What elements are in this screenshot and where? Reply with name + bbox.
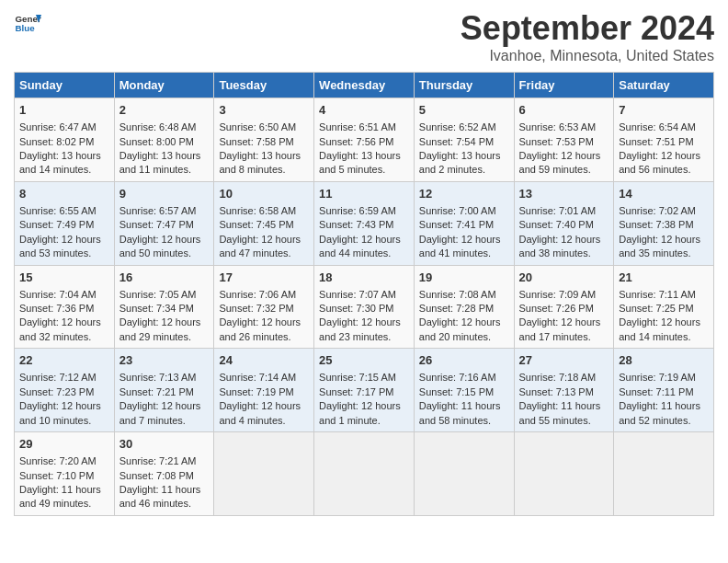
calendar-cell: 15Sunrise: 7:04 AMSunset: 7:36 PMDayligh… [15, 265, 115, 349]
day-number: 27 [519, 352, 609, 369]
day-info: Sunrise: 6:58 AM [219, 204, 309, 218]
day-info: Daylight: 13 hours [219, 149, 309, 163]
day-info: and 41 minutes. [419, 247, 509, 260]
day-number: 3 [219, 102, 309, 119]
day-info: Daylight: 12 hours [19, 233, 109, 247]
day-number: 26 [419, 352, 509, 369]
day-info: Daylight: 13 hours [319, 149, 409, 163]
day-info: Sunrise: 6:54 AM [619, 121, 709, 134]
day-info: Sunset: 7:23 PM [19, 385, 109, 399]
calendar-cell: 28Sunrise: 7:19 AMSunset: 7:11 PMDayligh… [614, 349, 714, 432]
day-info: Sunset: 7:56 PM [319, 135, 409, 149]
day-info: Daylight: 12 hours [619, 149, 709, 163]
day-number: 18 [319, 270, 409, 286]
day-number: 20 [519, 270, 609, 286]
day-info: Sunrise: 6:53 AM [519, 121, 609, 134]
day-number: 21 [619, 270, 709, 286]
day-info: Daylight: 11 hours [419, 399, 509, 413]
day-info: Sunset: 7:41 PM [419, 218, 509, 232]
page-subtitle: Ivanhoe, Minnesota, United States [461, 48, 714, 64]
day-info: and 20 minutes. [419, 330, 509, 344]
day-info: and 17 minutes. [519, 330, 609, 344]
day-info: and 55 minutes. [519, 414, 609, 428]
day-info: and 14 minutes. [19, 163, 109, 177]
day-info: Sunset: 7:47 PM [119, 218, 210, 232]
day-number: 4 [319, 102, 409, 119]
day-info: Daylight: 12 hours [19, 399, 109, 413]
day-number: 1 [19, 102, 109, 119]
calendar-week-2: 8Sunrise: 6:55 AMSunset: 7:49 PMDaylight… [15, 181, 714, 265]
day-number: 8 [19, 186, 109, 202]
day-info: Sunrise: 7:16 AM [419, 371, 509, 385]
day-info: and 26 minutes. [219, 330, 309, 344]
day-info: Sunrise: 7:01 AM [519, 204, 609, 218]
day-info: Sunrise: 7:07 AM [319, 288, 409, 302]
calendar-cell: 7Sunrise: 6:54 AMSunset: 7:51 PMDaylight… [614, 98, 714, 182]
header-day-saturday: Saturday [614, 73, 714, 98]
day-info: Sunset: 7:40 PM [519, 218, 609, 232]
day-info: Sunset: 7:34 PM [119, 302, 210, 316]
day-info: Sunset: 7:51 PM [619, 135, 709, 149]
day-info: Sunrise: 7:11 AM [619, 288, 709, 302]
calendar-cell: 8Sunrise: 6:55 AMSunset: 7:49 PMDaylight… [15, 181, 115, 265]
calendar-cell: 19Sunrise: 7:08 AMSunset: 7:28 PMDayligh… [414, 265, 514, 349]
day-info: Daylight: 12 hours [219, 399, 309, 413]
day-info: Sunrise: 6:59 AM [319, 204, 409, 218]
day-info: and 1 minute. [319, 414, 409, 428]
day-info: Sunset: 7:28 PM [419, 302, 509, 316]
day-info: and 44 minutes. [319, 247, 409, 260]
day-info: Daylight: 12 hours [619, 233, 709, 247]
day-info: Sunrise: 7:13 AM [119, 371, 210, 385]
day-number: 13 [519, 186, 609, 202]
calendar-cell: 3Sunrise: 6:50 AMSunset: 7:58 PMDaylight… [214, 98, 314, 182]
day-info: Daylight: 12 hours [219, 233, 309, 247]
day-number: 16 [119, 270, 210, 286]
day-info: Sunset: 7:43 PM [319, 218, 409, 232]
day-info: Daylight: 12 hours [219, 316, 309, 329]
day-info: Sunrise: 7:08 AM [419, 288, 509, 302]
calendar-cell: 12Sunrise: 7:00 AMSunset: 7:41 PMDayligh… [414, 181, 514, 265]
calendar-cell: 13Sunrise: 7:01 AMSunset: 7:40 PMDayligh… [514, 181, 614, 265]
page-title: September 2024 [461, 9, 714, 48]
day-info: Sunrise: 6:57 AM [119, 204, 210, 218]
day-info: Sunrise: 7:00 AM [419, 204, 509, 218]
calendar-cell [214, 432, 314, 516]
calendar-cell: 9Sunrise: 6:57 AMSunset: 7:47 PMDaylight… [114, 181, 214, 265]
day-info: Daylight: 12 hours [119, 316, 210, 329]
calendar-cell: 23Sunrise: 7:13 AMSunset: 7:21 PMDayligh… [114, 349, 214, 432]
calendar-cell [314, 432, 415, 516]
day-info: Sunset: 7:17 PM [319, 385, 409, 399]
day-info: Sunrise: 7:09 AM [519, 288, 609, 302]
day-info: Sunrise: 7:04 AM [19, 288, 109, 302]
calendar-cell [514, 432, 614, 516]
calendar-cell: 17Sunrise: 7:06 AMSunset: 7:32 PMDayligh… [214, 265, 314, 349]
day-info: Sunset: 7:36 PM [19, 302, 109, 316]
calendar-cell: 1Sunrise: 6:47 AMSunset: 8:02 PMDaylight… [15, 98, 115, 182]
day-info: Daylight: 12 hours [319, 399, 409, 413]
day-number: 23 [119, 352, 210, 369]
day-info: Sunrise: 7:12 AM [19, 371, 109, 385]
calendar-cell: 25Sunrise: 7:15 AMSunset: 7:17 PMDayligh… [314, 349, 415, 432]
day-info: Sunrise: 7:20 AM [19, 454, 109, 468]
day-info: and 49 minutes. [19, 497, 109, 511]
calendar-week-5: 29Sunrise: 7:20 AMSunset: 7:10 PMDayligh… [15, 432, 714, 516]
day-info: Daylight: 11 hours [519, 399, 609, 413]
day-info: Sunset: 8:00 PM [119, 135, 210, 149]
day-info: Sunset: 7:38 PM [619, 218, 709, 232]
calendar-cell: 10Sunrise: 6:58 AMSunset: 7:45 PMDayligh… [214, 181, 314, 265]
day-info: and 52 minutes. [619, 414, 709, 428]
day-info: Sunset: 7:53 PM [519, 135, 609, 149]
calendar-cell [614, 432, 714, 516]
day-info: Daylight: 12 hours [319, 316, 409, 329]
calendar-header-row: SundayMondayTuesdayWednesdayThursdayFrid… [15, 73, 714, 98]
day-info: Sunrise: 6:55 AM [19, 204, 109, 218]
day-info: and 14 minutes. [619, 330, 709, 344]
day-info: Sunrise: 6:50 AM [219, 121, 309, 134]
header-day-monday: Monday [114, 73, 214, 98]
calendar-cell: 11Sunrise: 6:59 AMSunset: 7:43 PMDayligh… [314, 181, 415, 265]
day-info: and 2 minutes. [419, 163, 509, 177]
header-day-friday: Friday [514, 73, 614, 98]
day-info: Daylight: 11 hours [119, 483, 210, 497]
day-info: and 5 minutes. [319, 163, 409, 177]
calendar-cell: 14Sunrise: 7:02 AMSunset: 7:38 PMDayligh… [614, 181, 714, 265]
